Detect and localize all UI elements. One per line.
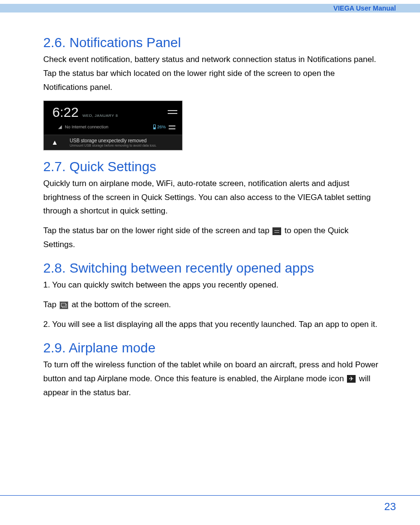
notification-panel-screenshot: 6:22 WED, JANUARY 8 ◢ No Internet connec… (43, 100, 183, 150)
clock-area: 6:22 WED, JANUARY 8 (52, 105, 118, 120)
footer-divider (0, 495, 420, 496)
notification-item: ▲ USB storage unexpectedly removed Unmou… (44, 135, 182, 150)
status-row: ◢ No Internet connection 26% (44, 122, 182, 135)
status-left: ◢ No Internet connection (58, 124, 109, 129)
section-text: 1. You can quickly switch between the ap… (43, 278, 382, 292)
section-text: To turn off the wireless function of the… (43, 358, 382, 400)
page-footer: 23 (0, 495, 420, 513)
page-content: 2.6. Notifications Panel Check event not… (43, 26, 382, 405)
section-text: Check event notification, battery status… (43, 53, 382, 95)
battery-indicator: 26% (153, 125, 166, 129)
section-text: Tap the status bar on the lower right si… (43, 224, 382, 252)
status-right: 26% (153, 124, 175, 130)
quick-settings-slider-icon (272, 227, 281, 235)
section-heading-notifications: 2.6. Notifications Panel (43, 35, 382, 50)
screenshot-top-row: 6:22 WED, JANUARY 8 (44, 101, 182, 122)
section-text: 2. You will see a list displaying all th… (43, 318, 382, 332)
page-number: 23 (0, 500, 420, 513)
notification-title: USB storage unexpectedly removed (70, 138, 178, 143)
notification-text: USB storage unexpectedly removed Unmount… (66, 135, 182, 150)
settings-slider-icon (168, 109, 177, 116)
battery-icon (153, 125, 156, 129)
quick-settings-icon (169, 124, 175, 130)
wifi-icon: ◢ (58, 124, 62, 129)
header-bar: VIEGA User Manual (0, 4, 420, 12)
section-text: Tap at the bottom of the screen. (43, 298, 382, 312)
section-heading-airplane-mode: 2.9. Airplane mode (43, 340, 382, 356)
section-heading-recent-apps: 2.8. Switching between recently opened a… (43, 261, 382, 276)
notification-subtitle: Unmount USB storage before removing to a… (70, 144, 178, 147)
date-display: WED, JANUARY 8 (83, 113, 118, 118)
header-title: VIEGA User Manual (334, 4, 396, 12)
no-internet-label: No Internet connection (65, 125, 109, 129)
battery-percent: 26% (157, 125, 166, 129)
warning-icon: ▲ (44, 135, 66, 150)
section-heading-quick-settings: 2.7. Quick Settings (43, 159, 382, 175)
section-text: Quickly turn on airplane mode, WiFi, aut… (43, 177, 382, 219)
airplane-icon: ✈ (347, 375, 356, 383)
time-display: 6:22 (52, 105, 79, 120)
recent-apps-icon (60, 301, 68, 309)
